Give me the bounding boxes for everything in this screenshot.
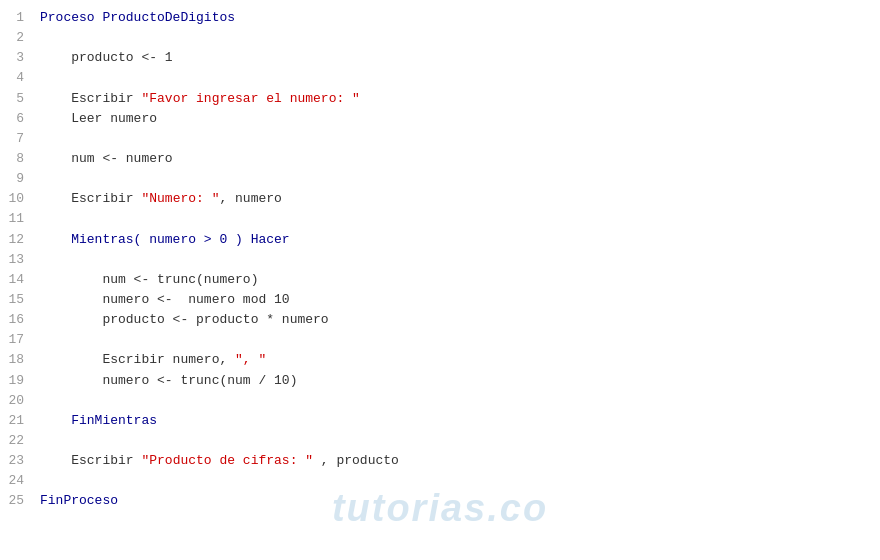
line-number: 15 [0, 290, 40, 310]
line-number: 24 [0, 471, 40, 491]
code-line: 14 num <- trunc(numero) [0, 270, 880, 290]
code-line: 3 producto <- 1 [0, 48, 880, 68]
line-number: 25 [0, 491, 40, 511]
line-content: numero <- numero mod 10 [40, 290, 290, 310]
code-line: 8 num <- numero [0, 149, 880, 169]
code-line: 22 [0, 431, 880, 451]
line-number: 22 [0, 431, 40, 451]
line-content: FinProceso [40, 491, 118, 511]
line-number: 6 [0, 109, 40, 129]
line-number: 16 [0, 310, 40, 330]
line-number: 1 [0, 8, 40, 28]
code-line: 6 Leer numero [0, 109, 880, 129]
code-line: 11 [0, 209, 880, 229]
line-content: Escribir "Numero: ", numero [40, 189, 282, 209]
line-number: 9 [0, 169, 40, 189]
line-content: Mientras( numero > 0 ) Hacer [40, 230, 290, 250]
code-line: 21 FinMientras [0, 411, 880, 431]
code-line: 9 [0, 169, 880, 189]
code-line: 12 Mientras( numero > 0 ) Hacer [0, 230, 880, 250]
code-line: 19 numero <- trunc(num / 10) [0, 371, 880, 391]
line-content: Proceso ProductoDeDigitos [40, 8, 235, 28]
line-number: 14 [0, 270, 40, 290]
line-number: 10 [0, 189, 40, 209]
line-number: 19 [0, 371, 40, 391]
line-number: 8 [0, 149, 40, 169]
line-content: FinMientras [40, 411, 157, 431]
line-content: Escribir "Favor ingresar el numero: " [40, 89, 360, 109]
line-number: 17 [0, 330, 40, 350]
line-number: 5 [0, 89, 40, 109]
code-line: 25FinProceso [0, 491, 880, 511]
line-number: 13 [0, 250, 40, 270]
code-line: 18 Escribir numero, ", " [0, 350, 880, 370]
code-line: 10 Escribir "Numero: ", numero [0, 189, 880, 209]
code-line: 2 [0, 28, 880, 48]
line-number: 21 [0, 411, 40, 431]
line-number: 20 [0, 391, 40, 411]
code-line: 17 [0, 330, 880, 350]
code-line: 24 [0, 471, 880, 491]
line-content: num <- numero [40, 149, 173, 169]
code-line: 7 [0, 129, 880, 149]
line-number: 4 [0, 68, 40, 88]
code-line: 16 producto <- producto * numero [0, 310, 880, 330]
line-content: Escribir "Producto de cifras: " , produc… [40, 451, 399, 471]
line-number: 11 [0, 209, 40, 229]
code-line: 20 [0, 391, 880, 411]
line-number: 3 [0, 48, 40, 68]
code-line: 5 Escribir "Favor ingresar el numero: " [0, 89, 880, 109]
line-content: num <- trunc(numero) [40, 270, 258, 290]
code-line: 1Proceso ProductoDeDigitos [0, 8, 880, 28]
line-content: numero <- trunc(num / 10) [40, 371, 297, 391]
code-line: 23 Escribir "Producto de cifras: " , pro… [0, 451, 880, 471]
line-content: Leer numero [40, 109, 157, 129]
code-editor: 1Proceso ProductoDeDigitos23 producto <-… [0, 0, 880, 520]
line-content: producto <- producto * numero [40, 310, 329, 330]
code-line: 15 numero <- numero mod 10 [0, 290, 880, 310]
code-line: 13 [0, 250, 880, 270]
line-number: 7 [0, 129, 40, 149]
line-number: 18 [0, 350, 40, 370]
line-number: 12 [0, 230, 40, 250]
code-line: 4 [0, 68, 880, 88]
line-content: Escribir numero, ", " [40, 350, 266, 370]
line-number: 23 [0, 451, 40, 471]
line-number: 2 [0, 28, 40, 48]
line-content: producto <- 1 [40, 48, 173, 68]
